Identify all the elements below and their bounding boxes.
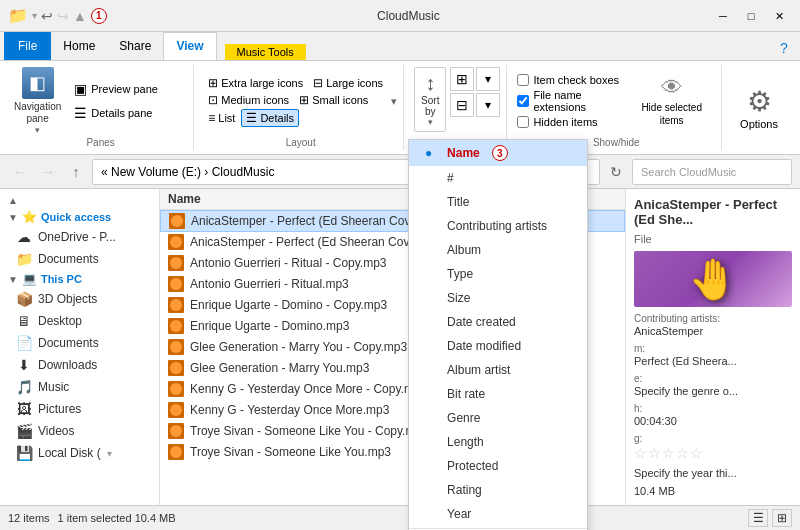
search-box[interactable]: Search CloudMusic bbox=[632, 159, 792, 185]
sort-option-album-artist[interactable]: Album artist bbox=[409, 358, 587, 382]
panes-content: ◧ Navigationpane ▾ ▣ Preview pane ☰ Deta… bbox=[14, 67, 187, 135]
options-icon: ⚙ bbox=[747, 85, 772, 118]
layout-expand-arrow[interactable]: ▾ bbox=[391, 95, 397, 108]
large-icons-icon: ⊟ bbox=[313, 76, 323, 90]
layout-row-2: ⊡ Medium icons ⊞ Small icons bbox=[204, 92, 387, 108]
ribbon-content: ◧ Navigationpane ▾ ▣ Preview pane ☰ Deta… bbox=[0, 60, 800, 154]
back-button[interactable]: ← bbox=[8, 160, 32, 184]
sort-option-bit-rate[interactable]: Bit rate bbox=[409, 382, 587, 406]
documents2-icon: 📄 bbox=[16, 335, 32, 351]
view-toggle-buttons: ☰ ⊞ bbox=[748, 509, 792, 527]
sort-group: ↕ Sort by ▾ ⊞ ▾ ⊟ ▾ bbox=[408, 65, 507, 150]
sort-option-hash[interactable]: # bbox=[409, 166, 587, 190]
downloads-icon: ⬇ bbox=[16, 357, 32, 373]
layout-content: ⊞ Extra large icons ⊟ Large icons ⊡ Medi… bbox=[204, 67, 397, 135]
forward-button[interactable]: → bbox=[36, 160, 60, 184]
sort-option-genre[interactable]: Genre bbox=[409, 406, 587, 430]
sort-option-title[interactable]: Title bbox=[409, 190, 587, 214]
sidebar-item-onedrive[interactable]: ☁ OneDrive - P... bbox=[0, 226, 159, 248]
extra-large-icons-button[interactable]: ⊞ Extra large icons bbox=[204, 75, 307, 91]
quick-access-arrow: ▼ bbox=[8, 212, 18, 223]
hide-selected-button[interactable]: 👁 Hide selected items bbox=[628, 73, 715, 129]
layout-items: ⊞ Extra large icons ⊟ Large icons ⊡ Medi… bbox=[204, 75, 387, 127]
this-pc-arrow: ▼ bbox=[8, 274, 18, 285]
selected-info: 1 item selected 10.4 MB bbox=[58, 512, 176, 524]
add-column-button[interactable]: ▾ bbox=[476, 67, 500, 91]
local-disk-icon: 💾 bbox=[16, 445, 32, 461]
layout-row-1: ⊞ Extra large icons ⊟ Large icons bbox=[204, 75, 387, 91]
details-view-toggle[interactable]: ☰ bbox=[748, 509, 768, 527]
hidden-items-checkbox[interactable]: Hidden items bbox=[517, 116, 620, 128]
sort-option-date-modified[interactable]: Date modified bbox=[409, 334, 587, 358]
close-button[interactable]: ✕ bbox=[766, 6, 792, 26]
file-name-extensions-checkbox[interactable]: File name extensions bbox=[517, 89, 620, 113]
maximize-button[interactable]: □ bbox=[738, 6, 764, 26]
minimize-button[interactable]: ─ bbox=[710, 6, 736, 26]
sort-option-name[interactable]: ● Name 3 bbox=[409, 140, 587, 166]
refresh-button[interactable]: ↻ bbox=[604, 160, 628, 184]
sort-option-length[interactable]: Length bbox=[409, 430, 587, 454]
file-icon bbox=[169, 213, 185, 229]
sidebar-item-3d-objects[interactable]: 📦 3D Objects bbox=[0, 288, 159, 310]
options-group: ⚙ Options bbox=[726, 65, 792, 150]
tab-view[interactable]: View bbox=[163, 32, 216, 60]
sort-dropdown: ● Name 3 # Title Contributing artists Al… bbox=[408, 139, 588, 530]
sort-option-type[interactable]: Type bbox=[409, 262, 587, 286]
window-controls[interactable]: ─ □ ✕ bbox=[710, 6, 792, 26]
large-icons-toggle[interactable]: ⊞ bbox=[772, 509, 792, 527]
size-column-expand[interactable]: ▾ bbox=[476, 93, 500, 117]
hide-selected-icon: 👁 bbox=[661, 75, 683, 101]
size-column-button[interactable]: ⊟ bbox=[450, 93, 474, 117]
hidden-items-input[interactable] bbox=[517, 116, 529, 128]
options-button[interactable]: ⚙ Options bbox=[732, 81, 786, 134]
sidebar-item-desktop[interactable]: 🖥 Desktop bbox=[0, 310, 159, 332]
tab-share[interactable]: Share bbox=[107, 32, 163, 60]
sidebar-item-documents[interactable]: 📁 Documents bbox=[0, 248, 159, 270]
sort-option-album[interactable]: Album bbox=[409, 238, 587, 262]
preview-genre: e: Specify the genre o... bbox=[634, 373, 792, 397]
preview-pane-button[interactable]: ▣ Preview pane bbox=[67, 78, 187, 100]
details-pane-icon: ☰ bbox=[74, 105, 87, 121]
list-button[interactable]: ≡ List bbox=[204, 109, 239, 127]
large-icons-button[interactable]: ⊟ Large icons bbox=[309, 75, 387, 91]
group-by-button[interactable]: ⊞ bbox=[450, 67, 474, 91]
help-button[interactable]: ? bbox=[772, 36, 796, 60]
desktop-icon: 🖥 bbox=[16, 313, 32, 329]
details-button[interactable]: ☰ Details bbox=[241, 109, 299, 127]
sidebar-item-videos[interactable]: 🎬 Videos bbox=[0, 420, 159, 442]
sort-option-year[interactable]: Year bbox=[409, 502, 587, 526]
sort-option-size[interactable]: Size bbox=[409, 286, 587, 310]
sidebar-item-documents2[interactable]: 📄 Documents bbox=[0, 332, 159, 354]
sidebar-item-local-disk[interactable]: 💾 Local Disk ( ▾ bbox=[0, 442, 159, 464]
tab-home[interactable]: Home bbox=[51, 32, 107, 60]
sidebar-item-pictures[interactable]: 🖼 Pictures bbox=[0, 398, 159, 420]
item-check-boxes-checkbox[interactable]: Item check boxes bbox=[517, 74, 620, 86]
sort-option-rating[interactable]: Rating bbox=[409, 478, 587, 502]
file-icon bbox=[168, 423, 184, 439]
details-pane-button[interactable]: ☰ Details pane bbox=[67, 102, 187, 124]
sort-by-button[interactable]: ↕ Sort by ▾ bbox=[414, 67, 446, 132]
sidebar-section-quick-access[interactable]: ▼ ⭐ Quick access bbox=[0, 208, 159, 226]
navigation-pane-button[interactable]: ◧ Navigationpane ▾ bbox=[14, 67, 61, 135]
file-icon bbox=[168, 402, 184, 418]
preview-year: Specify the year thi... bbox=[634, 467, 792, 479]
sort-option-contributing[interactable]: Contributing artists bbox=[409, 214, 587, 238]
small-icons-button[interactable]: ⊞ Small icons bbox=[295, 92, 372, 108]
medium-icons-button[interactable]: ⊡ Medium icons bbox=[204, 92, 293, 108]
file-icon bbox=[168, 276, 184, 292]
tab-music-tools[interactable]: Music Tools bbox=[225, 44, 306, 60]
step1-badge: 1 bbox=[91, 8, 107, 24]
tab-file[interactable]: File bbox=[4, 32, 51, 60]
sidebar-item-music[interactable]: 🎵 Music bbox=[0, 376, 159, 398]
ribbon: File Home Share View Music Tools ? ◧ Nav… bbox=[0, 32, 800, 155]
file-name-extensions-input[interactable] bbox=[517, 95, 529, 107]
sidebar-scroll-up[interactable]: ▲ bbox=[0, 193, 159, 208]
sort-option-date-created[interactable]: Date created bbox=[409, 310, 587, 334]
sort-option-protected[interactable]: Protected bbox=[409, 454, 587, 478]
sidebar-item-downloads[interactable]: ⬇ Downloads bbox=[0, 354, 159, 376]
options-content: ⚙ Options bbox=[732, 67, 786, 148]
item-check-boxes-input[interactable] bbox=[517, 74, 529, 86]
sidebar-section-this-pc[interactable]: ▼ 💻 This PC bbox=[0, 270, 159, 288]
up-button[interactable]: ↑ bbox=[64, 160, 88, 184]
ribbon-tab-bar: File Home Share View Music Tools ? bbox=[0, 32, 800, 60]
